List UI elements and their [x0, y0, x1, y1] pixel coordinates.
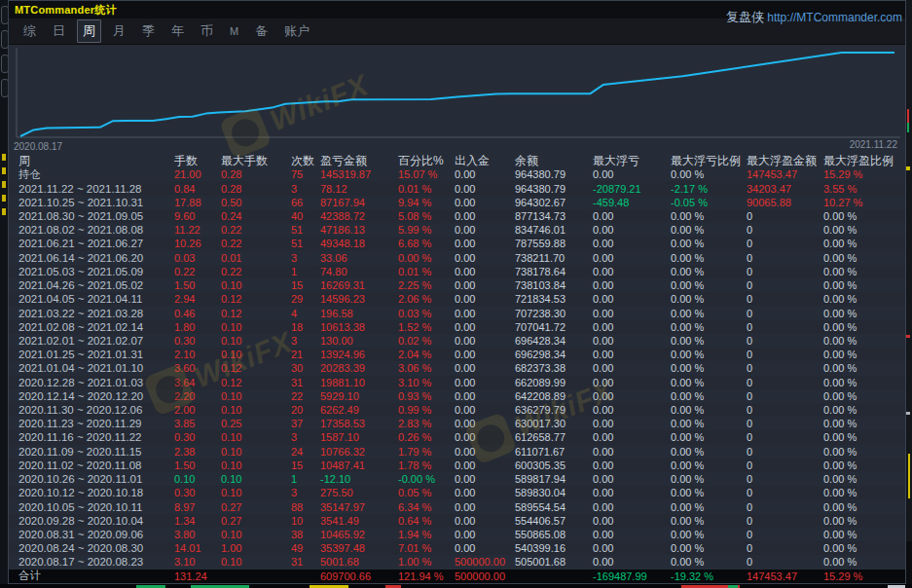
- table-total-row[interactable]: 合计131.24609700.66121.94 %500000.00-16948…: [9, 570, 905, 583]
- cell: 3.60: [174, 362, 221, 374]
- table-row[interactable]: 持仓21.000.2875145319.8715.07 %0.00964380.…: [9, 167, 905, 181]
- table-row[interactable]: 2021.02.08 ~ 2021.02.141.800.101810613.3…: [9, 320, 905, 334]
- column-header[interactable]: 最大浮亏: [593, 153, 671, 169]
- cell: 131.24: [174, 570, 221, 582]
- cell: 636279.79: [515, 404, 593, 416]
- cell: 0.00 %: [823, 431, 905, 443]
- cell: 22: [291, 390, 320, 402]
- cell: 15.29 %: [823, 168, 905, 180]
- menu-item-账户[interactable]: 账户: [279, 20, 314, 42]
- menu-item-季[interactable]: 季: [137, 20, 160, 42]
- cell: 0.22: [221, 224, 291, 236]
- menu-item-周[interactable]: 周: [77, 19, 101, 43]
- table-row[interactable]: 2021.08.30 ~ 2021.09.059.600.244042388.7…: [9, 209, 905, 223]
- column-header[interactable]: 最大手数: [221, 153, 291, 169]
- cell: 2.04 %: [398, 349, 455, 360]
- table-row[interactable]: 2020.11.16 ~ 2020.11.220.300.1031587.100…: [9, 430, 905, 444]
- cell: 0.00 %: [671, 404, 747, 416]
- table-row[interactable]: 2021.06.14 ~ 2021.06.200.030.01333.060.0…: [9, 251, 905, 265]
- cell: 0.00: [593, 321, 671, 333]
- cell: 0.30: [174, 335, 221, 347]
- column-header[interactable]: 次数: [291, 153, 320, 169]
- cell: 275.50: [320, 487, 398, 498]
- cell: 2021.02.08 ~ 2021.02.14: [18, 321, 174, 333]
- table-row[interactable]: 2020.11.09 ~ 2020.11.152.380.102410766.3…: [9, 445, 905, 459]
- column-header[interactable]: 百分比%: [398, 153, 455, 169]
- table-row[interactable]: 2021.11.22 ~ 2021.11.280.840.28378.120.0…: [9, 181, 905, 195]
- cell: 0.00 %: [823, 279, 905, 291]
- menu-item-综[interactable]: 综: [18, 20, 41, 42]
- stats-window: MTCommander统计 综日周月季年币M备账户 WikiFX 2020.08…: [8, 0, 906, 584]
- table-row[interactable]: 2021.06.21 ~ 2021.06.2710.260.225149348.…: [9, 237, 905, 250]
- cell: 42388.72: [320, 210, 398, 222]
- menu-item-月[interactable]: 月: [108, 20, 130, 42]
- table-row[interactable]: 2020.10.05 ~ 2020.10.118.970.278835147.9…: [9, 499, 905, 513]
- cell: -169487.99: [593, 570, 671, 582]
- cell: 4: [291, 308, 320, 319]
- column-header[interactable]: 出入金: [455, 153, 515, 169]
- cell: 0.00: [455, 431, 515, 443]
- cell: 1.34: [174, 515, 221, 527]
- table-row[interactable]: 2020.11.30 ~ 2020.12.062.000.10206262.49…: [9, 403, 905, 417]
- cell: 0.27: [221, 515, 291, 527]
- table-row[interactable]: 2021.03.22 ~ 2021.03.280.460.124196.580.…: [9, 306, 905, 319]
- cell: 589830.04: [515, 487, 593, 498]
- cell: 2021.02.01 ~ 2021.02.07: [18, 335, 174, 347]
- cell: 0.00 %: [823, 487, 905, 498]
- table-row[interactable]: 2021.04.26 ~ 2021.05.021.500.101516269.3…: [9, 278, 905, 292]
- table-row[interactable]: 2021.01.25 ~ 2021.01.312.100.102113924.9…: [9, 348, 905, 361]
- cell: 612658.77: [515, 431, 593, 443]
- table-row[interactable]: 2021.04.05 ~ 2021.04.112.940.122914596.2…: [9, 292, 905, 306]
- cell: 2021.11.22 ~ 2021.11.28: [18, 183, 174, 195]
- table-row[interactable]: 2020.12.28 ~ 2021.01.033.640.123119881.1…: [9, 376, 905, 389]
- cell: 0.00 %: [823, 224, 905, 236]
- cell: 2021.05.03 ~ 2021.05.09: [18, 266, 174, 277]
- cell: 600305.35: [515, 459, 593, 471]
- brand-url[interactable]: http://MTCommander.com: [767, 11, 902, 24]
- column-header[interactable]: 手数: [174, 153, 221, 169]
- table-row[interactable]: 2021.01.04 ~ 2021.01.103.600.123020283.3…: [9, 361, 905, 375]
- cell: 10: [291, 515, 320, 527]
- table-row[interactable]: 2020.11.02 ~ 2020.11.081.500.101510487.4…: [9, 459, 905, 472]
- cell: 0.00: [593, 308, 671, 319]
- column-header[interactable]: 最大浮盈比例: [823, 153, 905, 169]
- cell: 0.00: [593, 501, 671, 513]
- cell: 0.25: [221, 418, 291, 429]
- table-row[interactable]: 2020.08.24 ~ 2020.08.3014.011.004935397.…: [9, 541, 905, 555]
- table-row[interactable]: 2020.12.14 ~ 2020.12.202.200.10225929.10…: [9, 389, 905, 403]
- cell: 10613.38: [320, 321, 398, 333]
- table-row[interactable]: 2020.09.28 ~ 2020.10.041.340.27103541.49…: [9, 514, 905, 528]
- brand-link[interactable]: 复盘侠 http://MTCommander.com: [726, 9, 902, 26]
- menu-item-年[interactable]: 年: [166, 20, 189, 42]
- menu-item-备[interactable]: 备: [250, 20, 273, 42]
- cell: 0: [747, 335, 823, 347]
- cell: 0.00 %: [671, 210, 747, 222]
- column-header[interactable]: 最大浮盈金额: [747, 153, 823, 169]
- table-row[interactable]: 2020.10.12 ~ 2020.10.180.300.103275.500.…: [9, 486, 905, 499]
- cell: 0: [747, 266, 823, 277]
- column-header[interactable]: 盈亏金额: [320, 153, 398, 169]
- table-row[interactable]: 2020.08.17 ~ 2020.08.233.100.10315001.68…: [9, 555, 905, 569]
- cell: 0.10: [221, 349, 291, 360]
- cell: 3.85: [174, 418, 221, 429]
- cell: 540399.16: [515, 542, 593, 554]
- cell: 0.10: [221, 404, 291, 416]
- cell: 51: [291, 238, 320, 249]
- cell: 5001.68: [320, 556, 398, 568]
- table-row[interactable]: 2020.08.31 ~ 2020.09.063.800.103810465.9…: [9, 528, 905, 541]
- menu-item-M[interactable]: M: [225, 23, 243, 39]
- menu-item-币[interactable]: 币: [196, 20, 218, 42]
- table-row[interactable]: 2021.08.02 ~ 2021.08.0811.220.225147186.…: [9, 223, 905, 237]
- column-header[interactable]: 最大浮亏比例: [671, 153, 747, 169]
- cell: 0: [747, 418, 823, 429]
- table-row[interactable]: 2021.10.25 ~ 2021.10.3117.880.506687167.…: [9, 196, 905, 209]
- menu-item-日[interactable]: 日: [48, 20, 70, 42]
- cell: 0.12: [221, 362, 291, 374]
- table-row[interactable]: 2021.02.01 ~ 2021.02.070.300.103130.000.…: [9, 334, 905, 348]
- column-header[interactable]: 余额: [515, 153, 593, 169]
- table-row[interactable]: 2020.10.26 ~ 2020.11.010.100.101-12.10-0…: [9, 472, 905, 486]
- table-row[interactable]: 2021.05.03 ~ 2021.05.090.220.22174.800.0…: [9, 265, 905, 278]
- cell: 0: [747, 487, 823, 498]
- cell: 877134.73: [515, 210, 593, 222]
- table-row[interactable]: 2020.11.23 ~ 2020.11.293.850.253717358.5…: [9, 417, 905, 430]
